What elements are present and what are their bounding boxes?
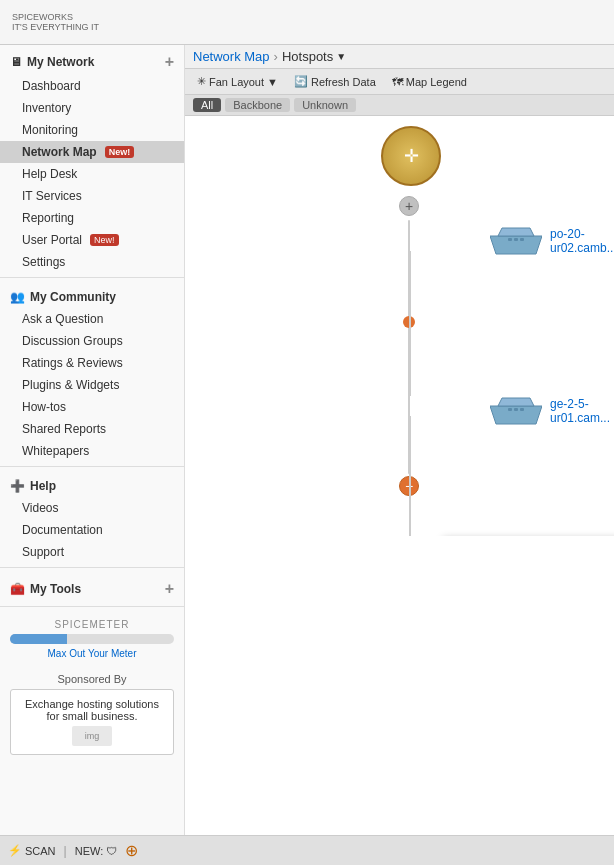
map-legend-button[interactable]: 🗺 Map Legend	[388, 74, 471, 90]
main-content: Network Map › Hotspots ▼ ✳ Fan Layout ▼ …	[185, 45, 614, 835]
sponsored-box[interactable]: Exchange hosting solutions for small bus…	[10, 689, 174, 755]
user-portal-badge: New!	[90, 234, 119, 246]
logo: SPICEWORKS IT'S EVERYTHING IT	[12, 12, 99, 32]
help-icon: ➕	[10, 479, 25, 493]
spicemeter-label: SPICEMETER	[10, 619, 174, 630]
fan-layout-arrow: ▼	[267, 76, 278, 88]
network-icon: 🖥	[10, 55, 22, 69]
divider-3	[0, 567, 184, 568]
bottom-bar: ⚡ SCAN | NEW: 🛡 ⊕	[0, 835, 614, 865]
breadcrumb: Network Map › Hotspots ▼	[185, 45, 614, 69]
tools-icon: 🧰	[10, 582, 25, 596]
sidebar-item-settings[interactable]: Settings	[0, 251, 184, 273]
sponsored-label: Sponsored By	[10, 673, 174, 685]
sidebar-item-monitoring[interactable]: Monitoring	[0, 119, 184, 141]
legend-icon: 🗺	[392, 76, 403, 88]
bottom-separator: |	[64, 844, 67, 858]
add-tools-icon[interactable]: +	[165, 580, 174, 598]
add-network-icon[interactable]: +	[165, 53, 174, 71]
sidebar-item-shared-reports[interactable]: Shared Reports	[0, 418, 184, 440]
sidebar-item-reporting[interactable]: Reporting	[0, 207, 184, 229]
sidebar-item-plugins-widgets[interactable]: Plugins & Widgets	[0, 374, 184, 396]
map-area[interactable]: ✛ + − po-20-ur02.	[185, 116, 614, 536]
node-2[interactable]: ge-2-5-ur01.cam...	[490, 396, 614, 426]
connector-2	[409, 416, 411, 536]
divider-4	[0, 606, 184, 607]
filter-all-button[interactable]: All	[193, 98, 221, 112]
network-map-badge: New!	[105, 146, 135, 158]
sidebar-item-documentation[interactable]: Documentation	[0, 519, 184, 541]
sidebar-section-network[interactable]: 🖥 My Network +	[0, 45, 184, 75]
sidebar-item-ask-question[interactable]: Ask a Question	[0, 308, 184, 330]
sidebar-item-it-services[interactable]: IT Services	[0, 185, 184, 207]
svg-rect-8	[514, 408, 518, 411]
sponsored-icon: img	[72, 726, 112, 746]
sidebar-item-user-portal[interactable]: User Portal New!	[0, 229, 184, 251]
sidebar-item-discussion-groups[interactable]: Discussion Groups	[0, 330, 184, 352]
divider-1	[0, 277, 184, 278]
breadcrumb-dropdown-arrow[interactable]: ▼	[336, 51, 346, 62]
sidebar-item-dashboard[interactable]: Dashboard	[0, 75, 184, 97]
scan-button[interactable]: ⚡ SCAN	[8, 844, 56, 857]
filter-backbone-button[interactable]: Backbone	[225, 98, 290, 112]
svg-rect-3	[514, 238, 518, 241]
node-2-icon	[490, 396, 542, 426]
breadcrumb-separator: ›	[274, 49, 278, 64]
layout: 🖥 My Network + Dashboard Inventory Monit…	[0, 45, 614, 835]
sponsored-section: Sponsored By Exchange hosting solutions …	[0, 667, 184, 761]
sidebar-item-help-desk[interactable]: Help Desk	[0, 163, 184, 185]
spicemeter-section: SPICEMETER Max Out Your Meter	[0, 611, 184, 667]
filter-unknown-button[interactable]: Unknown	[294, 98, 356, 112]
node-1-icon	[490, 226, 542, 256]
new-button[interactable]: NEW: 🛡	[75, 845, 118, 857]
sidebar: 🖥 My Network + Dashboard Inventory Monit…	[0, 45, 185, 835]
svg-rect-2	[508, 238, 512, 241]
filter-bar: All Backbone Unknown	[185, 95, 614, 116]
fan-layout-button[interactable]: ✳ Fan Layout ▼	[193, 73, 282, 90]
map-toolbar: ✳ Fan Layout ▼ 🔄 Refresh Data 🗺 Map Lege…	[185, 69, 614, 95]
sidebar-item-inventory[interactable]: Inventory	[0, 97, 184, 119]
node-1[interactable]: po-20-ur02.camb...	[490, 226, 614, 256]
svg-marker-1	[498, 228, 534, 236]
svg-rect-7	[508, 408, 512, 411]
sidebar-item-how-tos[interactable]: How-tos	[0, 396, 184, 418]
community-icon: 👥	[10, 290, 25, 304]
new-add-button[interactable]: ⊕	[125, 841, 138, 860]
sidebar-section-tools[interactable]: 🧰 My Tools +	[0, 572, 184, 602]
connector-1	[409, 251, 411, 396]
breadcrumb-current: Hotspots ▼	[282, 49, 346, 64]
zoom-in-button[interactable]: +	[399, 196, 419, 216]
sidebar-section-community[interactable]: 👥 My Community	[0, 282, 184, 308]
spicemeter-link[interactable]: Max Out Your Meter	[10, 648, 174, 659]
spicemeter-bar	[10, 634, 174, 644]
nav-circle-button[interactable]: ✛	[381, 126, 441, 186]
fan-layout-icon: ✳	[197, 75, 206, 88]
sidebar-item-whitepapers[interactable]: Whitepapers	[0, 440, 184, 462]
divider-2	[0, 466, 184, 467]
sidebar-item-support[interactable]: Support	[0, 541, 184, 563]
node-2-label[interactable]: ge-2-5-ur01.cam...	[550, 397, 614, 425]
svg-marker-6	[498, 398, 534, 406]
new-shield-icon: 🛡	[106, 845, 117, 857]
sidebar-item-network-map[interactable]: Network Map New!	[0, 141, 184, 163]
spicemeter-fill	[10, 634, 67, 644]
node-1-label[interactable]: po-20-ur02.camb...	[550, 227, 614, 255]
sidebar-item-ratings-reviews[interactable]: Ratings & Reviews	[0, 352, 184, 374]
new-add-icon: ⊕	[125, 841, 138, 860]
scan-icon: ⚡	[8, 844, 22, 857]
sidebar-item-videos[interactable]: Videos	[0, 497, 184, 519]
sidebar-section-help[interactable]: ➕ Help	[0, 471, 184, 497]
svg-rect-9	[520, 408, 524, 411]
nav-control: ✛	[381, 126, 441, 186]
refresh-data-button[interactable]: 🔄 Refresh Data	[290, 73, 380, 90]
refresh-icon: 🔄	[294, 75, 308, 88]
breadcrumb-parent[interactable]: Network Map	[193, 49, 270, 64]
header: SPICEWORKS IT'S EVERYTHING IT	[0, 0, 614, 45]
svg-rect-4	[520, 238, 524, 241]
